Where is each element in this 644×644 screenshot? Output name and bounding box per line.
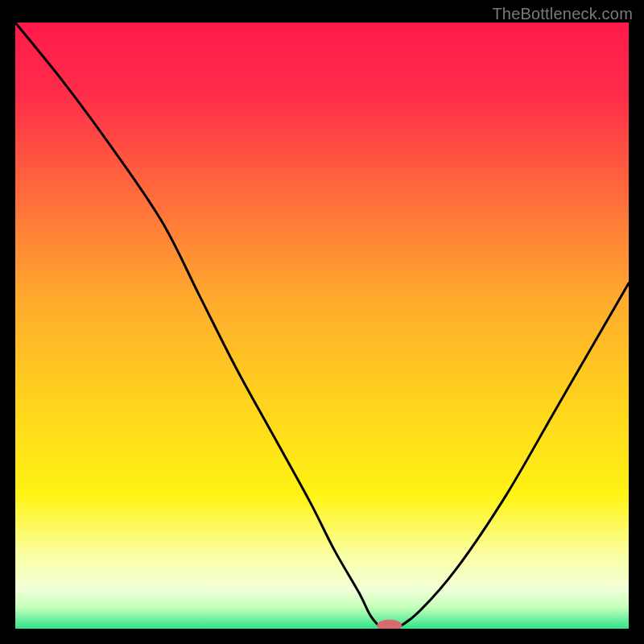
gradient-background bbox=[15, 23, 629, 629]
watermark-text: TheBottleneck.com bbox=[492, 5, 633, 23]
optimal-point-marker bbox=[378, 620, 402, 629]
bottleneck-chart-svg bbox=[15, 23, 629, 629]
chart-frame: TheBottleneck.com bbox=[0, 0, 644, 644]
plot-area bbox=[15, 23, 629, 629]
